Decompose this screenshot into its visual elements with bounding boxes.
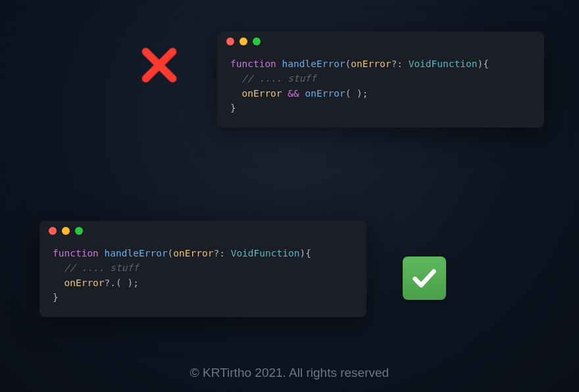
cross-icon bbox=[137, 43, 182, 87]
optional-chain: ?. bbox=[105, 278, 116, 288]
maximize-dot bbox=[253, 37, 261, 45]
copyright-footer: © KRTirtho 2021. All rights reserved bbox=[0, 366, 579, 380]
function-name: handleError bbox=[105, 248, 168, 258]
optional-colon: ?: bbox=[391, 59, 402, 69]
window-titlebar bbox=[217, 32, 544, 51]
close-brace: } bbox=[230, 103, 236, 113]
code-block: function handleError(onError?: VoidFunct… bbox=[217, 51, 544, 128]
type-name: VoidFunction bbox=[409, 59, 478, 69]
close-dot bbox=[226, 37, 234, 45]
identifier: onError bbox=[305, 88, 345, 99]
close-dot bbox=[49, 227, 57, 235]
code-block: function handleError(onError?: VoidFunct… bbox=[39, 241, 366, 317]
paren-brace: ){ bbox=[299, 248, 311, 258]
comment: // .... stuff bbox=[241, 73, 316, 84]
maximize-dot bbox=[75, 227, 83, 235]
type-name: VoidFunction bbox=[231, 248, 300, 258]
call-parens: ( ); bbox=[116, 278, 139, 288]
code-window-good: function handleError(onError?: VoidFunct… bbox=[39, 221, 366, 317]
minimize-dot bbox=[239, 37, 247, 45]
code-window-bad: function handleError(onError?: VoidFunct… bbox=[217, 32, 544, 128]
paren-brace: ){ bbox=[477, 59, 488, 69]
comment: // .... stuff bbox=[64, 262, 139, 273]
identifier: onError bbox=[64, 278, 104, 288]
param-name: onError bbox=[351, 59, 391, 69]
minimize-dot bbox=[62, 227, 70, 235]
call-parens: ( ); bbox=[345, 88, 368, 99]
window-titlebar bbox=[39, 221, 366, 241]
check-icon bbox=[403, 257, 446, 300]
optional-colon: ?: bbox=[213, 248, 224, 258]
keyword: function bbox=[53, 248, 99, 258]
operator: && bbox=[288, 88, 299, 99]
keyword: function bbox=[230, 59, 276, 69]
function-name: handleError bbox=[282, 59, 345, 69]
close-brace: } bbox=[53, 292, 59, 303]
param-name: onError bbox=[173, 248, 213, 258]
identifier: onError bbox=[241, 88, 282, 99]
